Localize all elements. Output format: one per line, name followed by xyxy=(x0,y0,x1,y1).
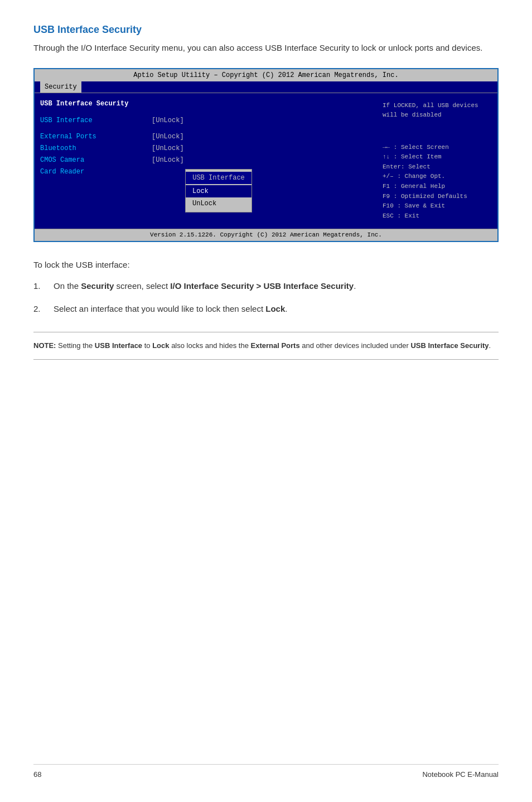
bios-item-card-reader-label: Card Reader xyxy=(40,167,152,177)
bios-key-f1: F1 : General Help xyxy=(383,182,490,192)
bios-item-cmos-camera: CMOS Camera [UnLock] xyxy=(40,155,375,165)
bios-item-usb-interface-label: USB Interface xyxy=(40,115,152,125)
step-2: 2. Select an interface that you would li… xyxy=(33,303,499,316)
bios-item-external-ports-value: [UnLock] xyxy=(152,132,184,142)
note-prefix: NOTE: xyxy=(33,341,56,350)
bios-popup-option-unlock[interactable]: UnLock xyxy=(186,197,252,210)
bios-item-cmos-camera-value: [UnLock] xyxy=(152,155,184,165)
note-bold-security: USB Interface Security xyxy=(410,341,489,350)
bios-popup: USB Interface Lock UnLock xyxy=(185,169,252,212)
to-lock-text: To lock the USB interface: xyxy=(33,259,499,272)
step-1-bold-path: I/O Interface Security > USB Interface S… xyxy=(170,281,354,291)
steps-list: 1. On the Security screen, select I/O In… xyxy=(33,280,499,315)
bios-key-change: +/– : Change Opt. xyxy=(383,172,490,182)
bios-item-cmos-camera-label: CMOS Camera xyxy=(40,155,152,165)
bios-footer: Version 2.15.1226. Copyright (C) 2012 Am… xyxy=(35,229,497,241)
footer-page-num: 68 xyxy=(33,769,41,780)
bios-item-card-reader-area: Card Reader USB Interface Lock UnLock xyxy=(40,167,375,212)
bios-active-tab: Security xyxy=(40,81,81,93)
bios-left-pane: USB Interface Security USB Interface [Un… xyxy=(40,99,375,224)
bios-key-f9: F9 : Optimized Defaults xyxy=(383,192,490,202)
step-1: 1. On the Security screen, select I/O In… xyxy=(33,280,499,293)
note-text: NOTE: Setting the USB Interface to Lock … xyxy=(33,340,499,351)
bios-key-select-item: ↑↓ : Select Item xyxy=(383,152,490,162)
bios-key-select-screen: →← : Select Screen xyxy=(383,143,490,153)
bios-item-usb-interface-value: [UnLock] xyxy=(152,115,184,125)
bios-help-text: If LOCKED, all USB devices will be disab… xyxy=(383,101,490,120)
bios-item-usb-interface: USB Interface [UnLock] xyxy=(40,115,375,125)
bios-right-pane: If LOCKED, all USB devices will be disab… xyxy=(380,99,492,224)
step-2-bold-lock: Lock xyxy=(265,304,285,313)
bios-key-enter: Enter: Select xyxy=(383,162,490,172)
bios-item-bluetooth-label: Bluetooth xyxy=(40,143,152,153)
note-bold-usb: USB Interface xyxy=(95,341,142,350)
step-1-text: On the Security screen, select I/O Inter… xyxy=(54,280,499,293)
bios-key-esc: ESC : Exit xyxy=(383,211,490,221)
bios-section-title: USB Interface Security xyxy=(40,99,375,109)
step-2-num: 2. xyxy=(33,303,47,316)
bios-item-bluetooth: Bluetooth [UnLock] xyxy=(40,143,375,153)
bios-item-external-ports: External Ports [UnLock] xyxy=(40,132,375,142)
bios-body: USB Interface Security USB Interface [Un… xyxy=(35,93,497,229)
footer-manual: Notebook PC E-Manual xyxy=(422,769,499,780)
page-title: USB Interface Security xyxy=(33,22,499,37)
bios-popup-title: USB Interface xyxy=(186,172,252,184)
intro-text: Through the I/O Interface Security menu,… xyxy=(33,42,499,55)
bios-title-bar: Aptio Setup Utility – Copyright (C) 2012… xyxy=(35,69,497,81)
step-1-bold-security: Security xyxy=(81,281,114,291)
note-bold-lock: Lock xyxy=(152,341,169,350)
note-bold-external: External Ports xyxy=(251,341,300,350)
page-footer: 68 Notebook PC E-Manual xyxy=(33,764,499,780)
bios-keys-section: →← : Select Screen ↑↓ : Select Item Ente… xyxy=(383,143,490,221)
bios-screen: Aptio Setup Utility – Copyright (C) 2012… xyxy=(33,68,499,242)
note-box: NOTE: Setting the USB Interface to Lock … xyxy=(33,332,499,360)
bios-popup-inner: USB Interface Lock UnLock xyxy=(185,169,252,212)
step-1-num: 1. xyxy=(33,280,47,293)
bios-title-text: Aptio Setup Utility – Copyright (C) 2012… xyxy=(133,70,398,80)
bios-item-external-ports-label: External Ports xyxy=(40,132,152,142)
bios-popup-option-lock[interactable]: Lock xyxy=(186,185,252,197)
bios-key-f10: F10 : Save & Exit xyxy=(383,201,490,211)
bios-item-bluetooth-value: [UnLock] xyxy=(152,143,184,153)
step-2-text: Select an interface that you would like … xyxy=(54,303,499,316)
